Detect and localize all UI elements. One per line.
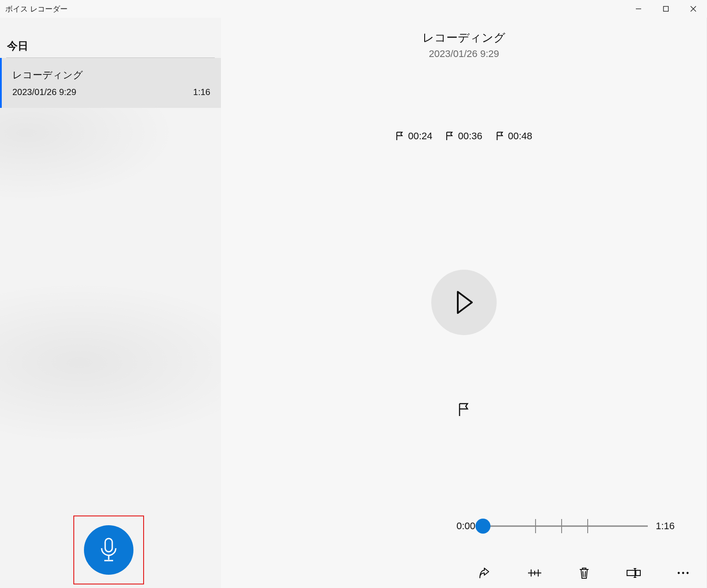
timeline-thumb[interactable] [475,519,490,534]
marker-item[interactable]: 00:24 [395,130,432,142]
share-icon [478,566,492,580]
marker-time: 00:48 [508,130,532,142]
recording-duration: 1:16 [193,87,210,97]
more-button[interactable] [673,562,694,584]
timeline-tick [561,519,562,533]
record-button[interactable] [84,525,133,575]
svg-rect-13 [627,570,635,576]
microphone-icon [99,538,118,562]
marker-item[interactable]: 00:48 [496,130,532,142]
play-icon [453,290,475,315]
timeline-end-label: 1:16 [648,520,679,532]
rename-icon [626,568,641,578]
flag-icon [496,131,505,141]
trash-icon [578,566,590,580]
action-bar [475,562,694,584]
svg-rect-4 [105,538,112,552]
add-marker-button[interactable] [457,402,471,419]
window-controls [625,0,707,18]
flag-icon [445,131,454,141]
maximize-button[interactable] [652,0,680,18]
flag-icon [395,131,404,141]
svg-point-20 [687,572,689,574]
svg-line-11 [583,571,583,577]
detail-date: 2023/01/26 9:29 [221,48,707,60]
main-panel: レコーディング 2023/01/26 9:29 00:24 00:36 00:4… [221,18,707,588]
titlebar: ボイス レコーダー [0,0,707,18]
timeline-track[interactable] [483,517,648,535]
recording-name: レコーディング [12,69,210,82]
maximize-icon [663,6,669,12]
timeline-tick [535,519,536,533]
delete-button[interactable] [574,562,595,584]
timeline-bar [483,526,648,527]
play-button[interactable] [431,270,497,335]
record-button-highlight [73,515,144,584]
sidebar-section-header: 今日 [0,18,221,57]
timeline: 0:00 1:16 [456,517,679,535]
close-icon [690,5,697,12]
flag-icon [457,402,471,417]
minimize-button[interactable] [625,0,652,18]
marker-time: 00:24 [408,130,432,142]
trim-icon [527,568,542,578]
svg-rect-1 [664,7,669,11]
marker-time: 00:36 [458,130,482,142]
svg-point-18 [678,572,680,574]
share-button[interactable] [475,562,496,584]
rename-button[interactable] [623,562,644,584]
detail-header: レコーディング 2023/01/26 9:29 [221,30,707,60]
recording-date: 2023/01/26 9:29 [12,87,76,97]
timeline-tick [587,519,588,533]
sidebar: 今日 レコーディング 2023/01/26 9:29 1:16 [0,18,221,588]
marker-item[interactable]: 00:36 [445,130,482,142]
detail-title: レコーディング [221,30,707,46]
trim-button[interactable] [524,562,545,584]
more-icon [677,570,690,576]
marker-list: 00:24 00:36 00:48 [221,130,707,142]
svg-point-19 [682,572,684,574]
svg-rect-14 [636,570,640,576]
recording-list-item[interactable]: レコーディング 2023/01/26 9:29 1:16 [0,58,221,108]
app-title: ボイス レコーダー [0,4,68,14]
svg-line-12 [585,571,585,577]
minimize-icon [635,6,642,12]
close-button[interactable] [680,0,707,18]
